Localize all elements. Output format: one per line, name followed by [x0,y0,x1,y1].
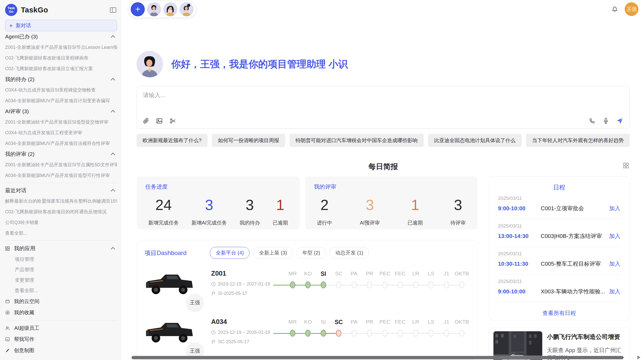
milestone-label: SC [335,319,343,326]
stat-label: 我的待办 [240,219,260,226]
sidebar-task-item[interactable]: Z001-全新燃油轻卡产品开发项目SI造型提交物评审 [5,117,117,127]
layout-grid-icon[interactable] [623,162,629,169]
sidebar-item-favorites[interactable]: 我的收藏 [5,307,117,318]
recent-chats-header[interactable]: 最近对话 [5,185,117,196]
project-dates: 2023-12-19 ~ 2027-01-19 [211,281,282,287]
project-flag: SI-2025-05-17 [211,291,282,296]
star-badge-icon [5,310,10,315]
horizontal-scrollbar[interactable] [131,356,624,359]
milestone-station: SC [331,271,347,307]
milestone-station: MR [285,271,300,307]
app-item[interactable]: 项目管理 [5,254,117,264]
milestone-station: J1 [439,271,454,307]
milestone-dot [290,330,295,337]
sidebar-item-help-write[interactable]: 帮我写作 [5,334,117,345]
agent-avatar-2[interactable] [163,2,177,16]
sidebar-task-item[interactable]: Z001-全新燃油皮卡产品开发项目SI节点Lesson Learn报告 [5,42,117,53]
milestone-dot [367,281,372,288]
project-info: Z0012023-12-19 ~ 2027-01-19SI-2025-05-17 [211,269,282,307]
sidebar-item-ai-super-staff[interactable]: AI超级员工 [5,322,117,334]
new-chat-label: 新对话 [16,22,31,29]
stat: 1 已逾期 [407,196,423,226]
sidebar-task-item[interactable]: C02-飞腾新能源轻客改款项目里程碑画布 [5,53,117,63]
briefing-columns: 任务进度 24 新增完成任务 3 新增AI [137,176,630,360]
sidebar-task-item[interactable]: C02-飞腾新能源轻客改款项目立项汇报方案 [5,63,117,74]
project-code: A034 [211,318,282,326]
sidebar-task-item[interactable]: A034-全新新能源MUV产品开发项目造型可行性评审 [5,170,117,181]
event-join-link[interactable]: 加入 [609,205,620,212]
sidebar-section-header[interactable]: 我的待办 (2) [5,74,117,85]
sidebar-task-item[interactable]: Z001-全新燃油轻卡产品开发项目SI节点属性5D文件评审 [5,159,117,170]
suggestion-chip[interactable]: 欧洲新规最近颁布了什么? [137,134,208,147]
new-chat-button[interactable]: + 新对话 [5,20,117,31]
image-icon[interactable] [156,117,163,124]
sidebar-task-item[interactable]: A034-全新新能源MUV产品开发项目法规符合性评审 [5,138,117,149]
milestone-station: SC [331,319,347,355]
dashboard-tab[interactable]: 动总开发 (1) [329,247,369,259]
milestone-dot [398,281,403,288]
milestone-dot [336,281,341,288]
my-apps-header[interactable]: 我的应用 [5,243,117,254]
send-icon[interactable] [616,117,623,124]
agent-avatar-3[interactable] [180,2,194,16]
phone-icon[interactable] [589,117,595,124]
suggestion-chip[interactable]: 特朗普可能对进口汽车增税会对中国车企造成哪些影响 [289,134,424,147]
dashboard-tab[interactable]: 全新上装 (3) [253,247,293,259]
milestone-label: MR [288,319,297,326]
event-join-link[interactable]: 加入 [609,232,620,240]
project-code: Z001 [211,269,282,277]
stat-value: 2 [317,196,332,213]
suggestion-chip[interactable]: 如何写一份清晰的项目周报 [212,134,285,147]
recent-chat-item[interactable]: C02-飞腾新能源轻客改款项目的闭环通告反馈情况 [5,206,117,217]
dashboard-tab[interactable]: 年型 (2) [296,247,326,259]
event-join-link[interactable]: 加入 [609,288,620,295]
sidebar-task-item[interactable]: A034-全新新能源MUV产品开发项目计划变更表编写 [5,95,117,106]
recent-chat-item[interactable]: 解释最新出台的欧盟报废车法规再生塑料比例被调至15%... [5,196,117,206]
sidebar-item-cloud-space[interactable]: 我的云空间 [5,296,117,307]
stat-label: AI预评审 [360,219,380,226]
apps-view-all[interactable]: 查看全部... [5,285,117,296]
agent-avatar-pill [128,1,196,18]
event-join-link[interactable]: 加入 [609,260,620,268]
add-agent-button[interactable] [131,2,145,16]
mic-icon[interactable] [603,117,609,124]
scissors-icon[interactable] [169,117,176,124]
sidebar-task-sections: Agent已办 (3)Z001-全新燃油皮卡产品开发项目SI节点Lesson L… [5,31,117,181]
chat-input[interactable] [137,86,630,107]
app-item[interactable]: 产品管理 [5,264,117,275]
attachment-icon[interactable] [142,117,149,124]
sidebar-section-header[interactable]: 我的评审 (2) [5,149,117,159]
stat-value: 3 [192,196,227,213]
stat: 3 待评审 [450,196,466,226]
scroll-right-arrow[interactable] [637,355,640,359]
milestone-station: PR [362,319,377,355]
recent-chats-list: 解释最新出台的欧盟报废车法规再生塑料比例被调至15%...C02-飞腾新能源轻客… [5,196,117,228]
suggestion-chip[interactable]: 比亚迪全固态电池计划具体说了什么 [428,134,522,147]
sidebar-section-header[interactable]: AI评审 (3) [5,106,117,117]
milestone-station: PA [346,319,362,355]
milestone-dot [352,281,357,288]
sidebar-item-creative-draw[interactable]: 创意制图 [5,345,117,356]
project-row: 王强Z0012023-12-19 ~ 2027-01-19SI-2025-05-… [144,269,470,307]
app-item[interactable]: 变更管理 [5,275,117,285]
clock-icon [211,330,216,335]
project-dashboard-card: 项目Dashboard 全新平台 (4)全新上装 (3)年型 (2)动总开发 (… [137,240,477,359]
milestone-dot [444,281,449,288]
news-card[interactable]: 小鹏飞行汽车制造公司增资 天眼查 App 显示，近日广州汇天飞行汽 [489,327,630,360]
dashboard-tab[interactable]: 全新平台 (4) [210,247,250,259]
sidebar-section-header[interactable]: Agent已办 (3) [5,31,117,42]
agent-avatar-1[interactable] [147,2,161,16]
collapse-sidebar-icon[interactable] [109,6,117,14]
content: 你好，王强，我是你的项目管理助理 小识 [121,18,644,360]
sidebar-task-item[interactable]: C0X4-动力总成开发项目SI里程碑提交物检查 [5,85,117,95]
recent-chat-item[interactable]: 公司Q3轻卡销量 [5,217,117,228]
notification-bell-icon[interactable] [611,6,618,13]
sidebar-task-item[interactable]: C0X4-动力总成开发项目工程变更评审 [5,127,117,138]
recent-view-all[interactable]: 查看全部... [5,228,117,238]
user-avatar[interactable]: 王强 [625,2,638,16]
stat-label: 已逾期 [273,219,288,226]
view-all-schedule-link[interactable]: 查看所有日程 [498,309,620,317]
apps-grid-icon [5,246,10,251]
milestone-dot [321,281,326,288]
suggestion-chip[interactable]: 当下年轻人对汽车外观有怎样的喜好趋势 [526,134,630,147]
